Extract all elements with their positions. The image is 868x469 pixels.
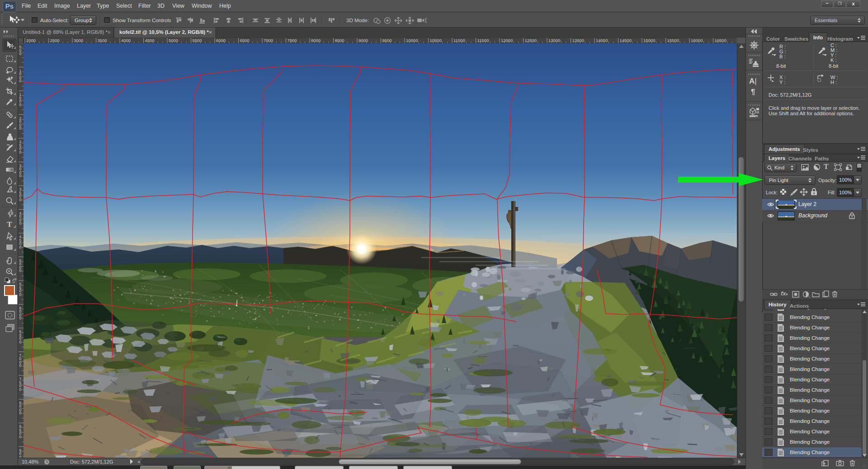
svg-text:9500: 9500 [382,38,392,43]
svg-text:11500: 11500 [477,38,489,43]
svg-text:0: 0 [19,221,22,225]
svg-text:0: 0 [19,363,22,368]
svg-text:4000: 4000 [121,38,131,43]
svg-text:16000: 16000 [691,38,703,43]
svg-text:7500: 7500 [288,38,297,43]
svg-text:12000: 12000 [501,38,513,43]
svg-text:6000: 6000 [216,38,226,43]
svg-text:7000: 7000 [264,38,273,43]
svg-text:4500: 4500 [145,38,155,43]
svg-text:5000: 5000 [169,38,178,43]
svg-text:3500: 3500 [98,38,107,43]
svg-text:0: 0 [19,316,22,320]
svg-text:16500: 16500 [715,38,726,43]
svg-text:10000: 10000 [406,38,418,43]
svg-text:12500: 12500 [525,38,537,43]
svg-text:13500: 13500 [572,38,584,43]
svg-text:0: 0 [19,435,22,439]
svg-text:2500: 2500 [50,38,60,43]
svg-text:0: 0 [19,150,22,155]
svg-text:0: 0 [19,340,22,344]
svg-text:0: 0 [19,268,22,273]
svg-text:13000: 13000 [548,38,560,43]
svg-text:0: 0 [19,245,22,249]
svg-text:14500: 14500 [620,38,632,43]
svg-text:3000: 3000 [74,38,83,43]
svg-text:15500: 15500 [667,38,679,43]
svg-text:0: 0 [19,411,22,415]
svg-text:T: T [7,220,12,229]
svg-text:11000: 11000 [453,38,465,43]
svg-text:0: 0 [19,126,22,131]
svg-text:0: 0 [19,292,22,297]
svg-text:2000: 2000 [26,38,36,43]
svg-text:0: 0 [19,52,22,56]
svg-text:0: 0 [19,103,22,107]
svg-text:5500: 5500 [193,38,202,43]
svg-text:9000: 9000 [359,38,368,43]
svg-text:0: 0 [19,79,22,83]
svg-text:8000: 8000 [311,38,321,43]
svg-text:6500: 6500 [240,38,250,43]
svg-text:0: 0 [19,387,22,392]
svg-text:14000: 14000 [596,38,608,43]
svg-text:0: 0 [19,174,22,178]
svg-text:8500: 8500 [335,38,344,43]
svg-text:0: 0 [19,197,22,202]
svg-text:15000: 15000 [643,38,655,43]
svg-text:10500: 10500 [430,38,442,43]
